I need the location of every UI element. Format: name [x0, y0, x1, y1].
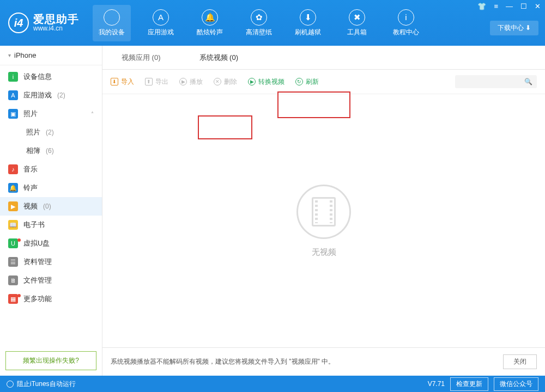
main-panel: 视频应用 (0) 系统视频 (0) ⬇导入 ⬆导出 ▶播放 ✕删除 ▶转换视频 … — [102, 46, 545, 376]
notification-dot — [17, 238, 21, 242]
sidebar-item-照片[interactable]: ▣照片˄ — [0, 105, 102, 123]
sidebar-icon: ▶ — [8, 201, 18, 211]
export-button[interactable]: ⬆导出 — [145, 77, 168, 87]
bell-icon: 🔔 — [202, 9, 218, 26]
sidebar-item-label: 相簿 — [26, 146, 40, 156]
device-header[interactable]: ▾ iPhone — [0, 46, 102, 65]
troubleshoot-link[interactable]: 频繁出现操作失败? — [5, 351, 96, 370]
close-window-icon[interactable]: ✕ — [535, 2, 541, 10]
sidebar-item-音乐[interactable]: ♪音乐 — [0, 160, 102, 179]
delete-icon: ✕ — [214, 78, 221, 85]
sidebar-icon: 🔔 — [8, 183, 18, 193]
status-bar: 阻止iTunes自动运行 V7.71 检查更新 微信公众号 — [0, 376, 545, 392]
menu-icon[interactable]: ≡ — [494, 2, 498, 10]
chevron-up-icon: ˄ — [91, 111, 94, 117]
sidebar-item-label: 视频 — [23, 201, 38, 211]
nav-flash[interactable]: ⬇刷机越狱 — [289, 5, 327, 41]
chevron-down-icon: ▾ — [8, 52, 11, 58]
sidebar-item-文件管理[interactable]: 🗎文件管理 — [0, 271, 102, 290]
sidebar-item-虚拟U盘[interactable]: U虚拟U盘 — [0, 234, 102, 253]
nav-ringtones[interactable]: 🔔酷炫铃声 — [191, 5, 229, 41]
sidebar-item-照片[interactable]: 照片(2) — [0, 123, 102, 142]
sidebar-icon: ♪ — [8, 164, 18, 174]
logo: i4 爱思助手 www.i4.cn — [8, 13, 79, 33]
app-header: i4 爱思助手 www.i4.cn 我的设备 A应用游戏 🔔酷炫铃声 ✿高清壁纸… — [0, 0, 545, 46]
sidebar-item-label: 音乐 — [23, 164, 38, 174]
maximize-icon[interactable]: ☐ — [520, 2, 527, 10]
tab-system-videos[interactable]: 系统视频 (0) — [180, 46, 258, 69]
sidebar: ▾ iPhone i设备信息A应用游戏(2)▣照片˄照片(2)相簿(6)♪音乐🔔… — [0, 46, 102, 376]
hint-text: 系统视频播放器不能解码所有视频，建议您将视频文件导入到 "视频应用" 中。 — [111, 357, 335, 366]
nav-tutorials[interactable]: i教程中心 — [387, 5, 425, 41]
app-icon: A — [153, 9, 169, 26]
sidebar-item-label: 铃声 — [23, 183, 38, 193]
search-icon: 🔍 — [524, 78, 532, 85]
sidebar-item-label: 设备信息 — [23, 72, 52, 82]
sidebar-icon: i — [8, 72, 18, 82]
nav-wallpapers[interactable]: ✿高清壁纸 — [240, 5, 278, 41]
minimize-icon[interactable]: — — [506, 2, 513, 10]
sidebar-item-更多功能[interactable]: ▦更多功能 — [0, 290, 102, 308]
sidebar-item-label: 虚拟U盘 — [23, 238, 50, 248]
radio-icon[interactable] — [7, 381, 14, 388]
sidebar-item-应用游戏[interactable]: A应用游戏(2) — [0, 86, 102, 105]
nav-tools[interactable]: ✖工具箱 — [338, 5, 376, 41]
empty-state-text: 无视频 — [312, 247, 336, 258]
sidebar-item-label: 文件管理 — [23, 275, 52, 285]
wechat-button[interactable]: 微信公众号 — [494, 377, 538, 391]
sidebar-icon: ▦ — [8, 294, 18, 304]
logo-icon: i4 — [8, 13, 29, 33]
version-label: V7.71 — [428, 380, 445, 388]
toolbar: ⬇导入 ⬆导出 ▶播放 ✕删除 ▶转换视频 ↻刷新 🔍 — [102, 70, 545, 94]
sidebar-item-label: 照片 — [23, 109, 38, 119]
sidebar-item-count: (2) — [46, 128, 54, 136]
sidebar-icon: ☰ — [8, 257, 18, 267]
sidebar-item-视频[interactable]: ▶视频(0) — [0, 197, 102, 216]
sidebar-item-label: 电子书 — [23, 220, 45, 230]
notification-dot — [17, 294, 21, 297]
top-nav: 我的设备 A应用游戏 🔔酷炫铃声 ✿高清壁纸 ⬇刷机越狱 ✖工具箱 i教程中心 — [93, 5, 425, 41]
tshirt-icon[interactable]: 👕 — [477, 2, 486, 10]
flower-icon: ✿ — [251, 9, 267, 26]
play-button[interactable]: ▶播放 — [179, 77, 203, 87]
sidebar-icon: ▣ — [8, 109, 18, 119]
itunes-block-toggle[interactable]: 阻止iTunes自动运行 — [17, 379, 76, 389]
tab-video-apps[interactable]: 视频应用 (0) — [102, 46, 180, 69]
import-button[interactable]: ⬇导入 — [111, 77, 134, 87]
nav-apps[interactable]: A应用游戏 — [142, 5, 180, 41]
delete-button[interactable]: ✕删除 — [214, 77, 237, 87]
app-url: www.i4.cn — [33, 25, 79, 32]
sidebar-icon: U — [8, 238, 18, 248]
sidebar-item-count: (0) — [43, 203, 51, 210]
window-controls: 👕 ≡ — ☐ ✕ — [477, 2, 541, 10]
sidebar-icon: 🗎 — [8, 275, 18, 285]
refresh-button[interactable]: ↻刷新 — [295, 77, 319, 87]
content-area: 无视频 — [102, 94, 545, 347]
app-title: 爱思助手 — [33, 13, 79, 25]
close-hint-button[interactable]: 关闭 — [503, 354, 537, 369]
sidebar-item-label: 照片 — [26, 127, 40, 137]
export-icon: ⬆ — [145, 78, 153, 85]
nav-my-device[interactable]: 我的设备 — [93, 5, 131, 41]
sidebar-item-label: 资料管理 — [23, 257, 52, 267]
sidebar-item-设备信息[interactable]: i设备信息 — [0, 68, 102, 86]
convert-button[interactable]: ▶转换视频 — [248, 77, 284, 87]
import-icon: ⬇ — [111, 78, 118, 85]
sidebar-item-相簿[interactable]: 相簿(6) — [0, 142, 102, 160]
info-icon: i — [398, 9, 414, 26]
refresh-icon: ↻ — [295, 78, 303, 85]
check-update-button[interactable]: 检查更新 — [450, 377, 488, 391]
box-icon: ⬇ — [300, 9, 316, 26]
convert-icon: ▶ — [248, 78, 256, 85]
sidebar-icon: 📖 — [8, 220, 18, 230]
sidebar-item-count: (2) — [57, 91, 65, 99]
device-name: iPhone — [14, 51, 36, 59]
sidebar-item-铃声[interactable]: 🔔铃声 — [0, 179, 102, 197]
sidebar-item-电子书[interactable]: 📖电子书 — [0, 216, 102, 234]
empty-state-icon — [296, 185, 351, 239]
sidebar-icon: A — [8, 90, 18, 100]
sidebar-item-资料管理[interactable]: ☰资料管理 — [0, 253, 102, 271]
sidebar-item-label: 更多功能 — [23, 294, 52, 304]
search-input[interactable]: 🔍 — [455, 75, 537, 88]
download-center-button[interactable]: 下载中心 ⬇ — [490, 21, 538, 35]
